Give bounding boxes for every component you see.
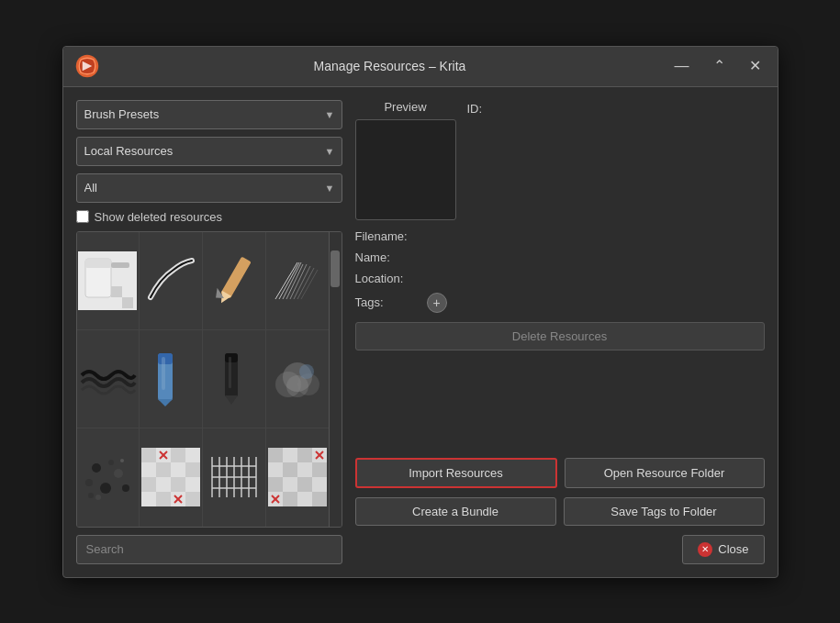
svg-rect-91 bbox=[283, 477, 297, 492]
svg-point-47 bbox=[120, 459, 124, 462]
svg-rect-8 bbox=[122, 297, 133, 308]
svg-point-41 bbox=[85, 479, 93, 486]
name-label: Name: bbox=[355, 250, 420, 264]
grid-scrollbar[interactable] bbox=[329, 232, 342, 527]
spacer bbox=[355, 360, 765, 449]
brush-grid bbox=[77, 232, 342, 527]
svg-rect-63 bbox=[156, 492, 171, 506]
minimize-button[interactable]: — bbox=[669, 57, 695, 75]
preview-label: Preview bbox=[384, 100, 426, 114]
location-row: Location: bbox=[355, 272, 765, 285]
meta-section: Filename: Name: Location: Tags: + bbox=[355, 229, 765, 313]
svg-rect-90 bbox=[268, 477, 283, 492]
svg-rect-59 bbox=[156, 477, 171, 492]
brush-cell-7[interactable] bbox=[203, 330, 265, 428]
svg-rect-60 bbox=[171, 477, 185, 492]
add-tag-button[interactable]: + bbox=[427, 293, 447, 313]
brush-preview-6 bbox=[141, 350, 200, 408]
svg-rect-84 bbox=[297, 448, 312, 462]
location-label: Location: bbox=[355, 272, 420, 285]
window-title: Manage Resources – Krita bbox=[111, 59, 669, 73]
bundle-row: Create a Bundle Save Tags to Folder bbox=[355, 497, 765, 526]
right-panel: Preview ID: Filename: Name: bbox=[355, 100, 765, 564]
brush-cell-9[interactable] bbox=[77, 428, 140, 526]
save-tags-button[interactable]: Save Tags to Folder bbox=[564, 497, 765, 526]
resource-type-dropdown[interactable]: Brush Presets Gradients Patterns Palette… bbox=[76, 100, 342, 129]
import-resources-button[interactable]: Import Resources bbox=[355, 458, 557, 488]
close-icon: ✕ bbox=[698, 542, 712, 557]
brush-cell-12[interactable] bbox=[266, 428, 329, 526]
search-input[interactable] bbox=[76, 535, 342, 564]
show-deleted-row: Show deleted resources bbox=[76, 210, 342, 224]
svg-rect-56 bbox=[171, 462, 185, 477]
svg-rect-52 bbox=[171, 448, 185, 462]
close-label: Close bbox=[718, 542, 748, 556]
brush-preview-8 bbox=[268, 350, 327, 408]
svg-rect-53 bbox=[185, 448, 200, 462]
svg-point-46 bbox=[95, 495, 101, 500]
content-area: Brush Presets Gradients Patterns Palette… bbox=[63, 87, 778, 577]
filename-label: Filename: bbox=[355, 229, 420, 243]
main-window: Manage Resources – Krita — ⌃ ✕ Brush Pre… bbox=[62, 46, 778, 578]
svg-rect-82 bbox=[268, 448, 283, 462]
svg-rect-58 bbox=[141, 477, 156, 492]
brush-preview-12 bbox=[268, 448, 327, 506]
svg-rect-50 bbox=[141, 448, 156, 462]
id-label: ID: bbox=[467, 102, 483, 116]
brush-preview-5 bbox=[78, 350, 137, 408]
svg-point-48 bbox=[88, 493, 94, 498]
svg-rect-95 bbox=[283, 492, 297, 506]
delete-resources-button[interactable]: Delete Resources bbox=[355, 322, 765, 350]
brush-cell-2[interactable] bbox=[140, 232, 202, 329]
svg-rect-54 bbox=[141, 462, 156, 477]
open-resource-folder-button[interactable]: Open Resource Folder bbox=[565, 458, 765, 488]
brush-cell-10[interactable] bbox=[140, 428, 202, 526]
svg-point-38 bbox=[299, 364, 314, 379]
close-window-button[interactable]: ✕ bbox=[744, 57, 767, 75]
svg-rect-61 bbox=[185, 477, 200, 492]
preview-box bbox=[355, 119, 456, 220]
show-deleted-checkbox[interactable] bbox=[76, 210, 89, 223]
brush-cell-5[interactable] bbox=[77, 330, 140, 428]
svg-rect-87 bbox=[283, 462, 297, 477]
filter-wrapper: All Active Deleted ▼ bbox=[76, 173, 342, 203]
source-dropdown[interactable]: Local Resources All Resources Remote Res… bbox=[76, 137, 342, 166]
svg-rect-93 bbox=[312, 477, 327, 492]
svg-rect-86 bbox=[268, 462, 283, 477]
svg-rect-7 bbox=[111, 286, 122, 297]
close-button[interactable]: ✕ Close bbox=[682, 535, 764, 564]
svg-rect-27 bbox=[162, 357, 165, 390]
brush-cell-11[interactable] bbox=[203, 428, 265, 526]
brush-cell-1[interactable] bbox=[77, 232, 140, 329]
tags-label: Tags: bbox=[355, 295, 420, 309]
source-wrapper: Local Resources All Resources Remote Res… bbox=[76, 137, 342, 166]
brush-cell-4[interactable] bbox=[266, 232, 329, 329]
filter-dropdown[interactable]: All Active Deleted bbox=[76, 173, 342, 203]
svg-point-44 bbox=[108, 460, 114, 465]
brush-preview-7 bbox=[205, 350, 263, 408]
show-deleted-label[interactable]: Show deleted resources bbox=[95, 210, 222, 224]
svg-rect-97 bbox=[312, 492, 327, 506]
restore-button[interactable]: ⌃ bbox=[708, 57, 731, 75]
brush-cell-3[interactable] bbox=[203, 232, 265, 329]
filename-row: Filename: bbox=[355, 229, 765, 243]
svg-rect-4 bbox=[85, 259, 111, 268]
svg-rect-13 bbox=[268, 251, 327, 310]
scroll-thumb[interactable] bbox=[330, 250, 340, 287]
svg-rect-32 bbox=[229, 357, 231, 388]
brush-grid-area bbox=[76, 231, 342, 528]
svg-rect-96 bbox=[297, 492, 312, 506]
svg-rect-57 bbox=[185, 462, 200, 477]
tags-row: Tags: + bbox=[355, 293, 765, 313]
resource-type-wrapper: Brush Presets Gradients Patterns Palette… bbox=[76, 100, 342, 129]
window-controls: — ⌃ ✕ bbox=[669, 57, 767, 75]
brush-cell-6[interactable] bbox=[140, 330, 202, 428]
krita-logo bbox=[74, 53, 100, 79]
svg-point-42 bbox=[100, 483, 111, 494]
svg-rect-5 bbox=[111, 262, 129, 268]
import-row: Import Resources Open Resource Folder bbox=[355, 458, 765, 488]
brush-cell-8[interactable] bbox=[266, 330, 329, 428]
svg-rect-62 bbox=[141, 492, 156, 506]
brush-preview-11 bbox=[205, 448, 263, 506]
create-bundle-button[interactable]: Create a Bundle bbox=[355, 497, 556, 526]
